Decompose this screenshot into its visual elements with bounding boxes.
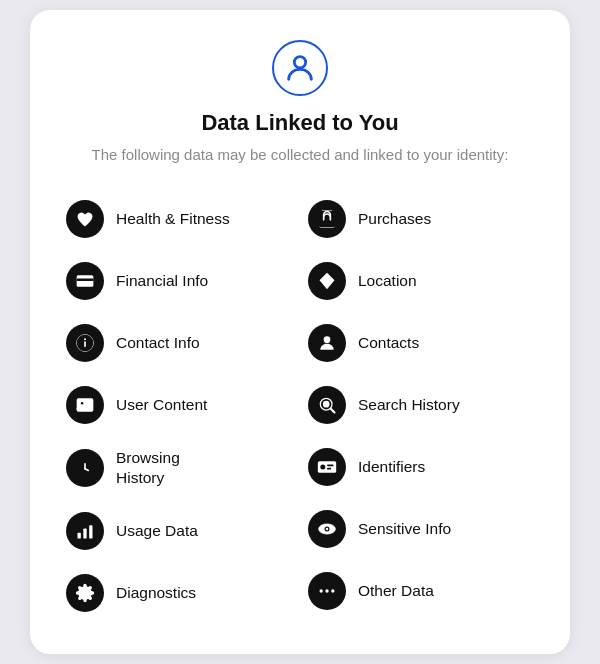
item-browsing-history: BrowsingHistory <box>58 436 300 500</box>
identifiers-label: Identifiers <box>358 457 425 477</box>
svg-point-30 <box>320 589 323 592</box>
diagnostics-label: Diagnostics <box>116 583 196 603</box>
svg-rect-14 <box>83 529 86 539</box>
svg-rect-25 <box>327 465 334 467</box>
svg-marker-18 <box>320 273 335 290</box>
search-icon <box>308 386 346 424</box>
dots-icon <box>308 572 346 610</box>
financial-info-label: Financial Info <box>116 271 208 291</box>
svg-rect-26 <box>327 468 331 470</box>
heart-icon <box>66 200 104 238</box>
info-icon <box>66 324 104 362</box>
svg-point-0 <box>294 56 305 67</box>
svg-rect-2 <box>77 279 94 282</box>
item-search-history: Search History <box>300 374 542 436</box>
page-subtitle: The following data may be collected and … <box>58 144 542 167</box>
svg-rect-13 <box>78 533 81 539</box>
svg-point-31 <box>325 589 328 592</box>
creditcard-icon <box>66 262 104 300</box>
svg-point-21 <box>323 401 330 408</box>
svg-point-32 <box>331 589 334 592</box>
item-sensitive-info: Sensitive Info <box>300 498 542 560</box>
svg-line-22 <box>331 409 335 413</box>
svg-point-7 <box>84 338 86 340</box>
page-title: Data Linked to You <box>58 110 542 136</box>
eye-icon <box>308 510 346 548</box>
item-user-content: User Content <box>58 374 300 436</box>
item-financial-info: Financial Info <box>58 250 300 312</box>
svg-rect-15 <box>89 526 92 539</box>
location-icon <box>308 262 346 300</box>
bag-icon <box>308 200 346 238</box>
person-icon <box>308 324 346 362</box>
contact-info-label: Contact Info <box>116 333 200 353</box>
usage-data-label: Usage Data <box>116 521 198 541</box>
item-contact-info: Contact Info <box>58 312 300 374</box>
right-column: Purchases Location Contacts Search Histo… <box>300 188 542 624</box>
contacts-label: Contacts <box>358 333 419 353</box>
other-data-label: Other Data <box>358 581 434 601</box>
svg-rect-17 <box>320 217 333 226</box>
item-location: Location <box>300 250 542 312</box>
item-other-data: Other Data <box>300 560 542 622</box>
search-history-label: Search History <box>358 395 460 415</box>
clock-icon <box>66 449 104 487</box>
item-health-fitness: Health & Fitness <box>58 188 300 250</box>
health-fitness-label: Health & Fitness <box>116 209 230 229</box>
browsing-history-label: BrowsingHistory <box>116 448 180 488</box>
user-content-label: User Content <box>116 395 207 415</box>
left-column: Health & Fitness Financial Info Contact … <box>58 188 300 624</box>
idcard-icon <box>308 448 346 486</box>
sensitive-info-label: Sensitive Info <box>358 519 451 539</box>
items-grid: Health & Fitness Financial Info Contact … <box>58 188 542 624</box>
card-header: Data Linked to You The following data ma… <box>58 40 542 167</box>
item-purchases: Purchases <box>300 188 542 250</box>
item-identifiers: Identifiers <box>300 436 542 498</box>
svg-rect-3 <box>79 284 82 286</box>
svg-point-24 <box>320 465 325 470</box>
purchases-label: Purchases <box>358 209 431 229</box>
item-contacts: Contacts <box>300 312 542 374</box>
barchart-icon <box>66 512 104 550</box>
item-usage-data: Usage Data <box>58 500 300 562</box>
svg-rect-6 <box>84 341 86 347</box>
image-icon <box>66 386 104 424</box>
svg-point-19 <box>324 336 331 343</box>
gear-icon <box>66 574 104 612</box>
svg-point-9 <box>81 402 84 405</box>
avatar-icon <box>272 40 328 96</box>
svg-point-29 <box>326 528 329 531</box>
item-diagnostics: Diagnostics <box>58 562 300 624</box>
data-linked-card: Data Linked to You The following data ma… <box>30 10 570 655</box>
location-label: Location <box>358 271 417 291</box>
